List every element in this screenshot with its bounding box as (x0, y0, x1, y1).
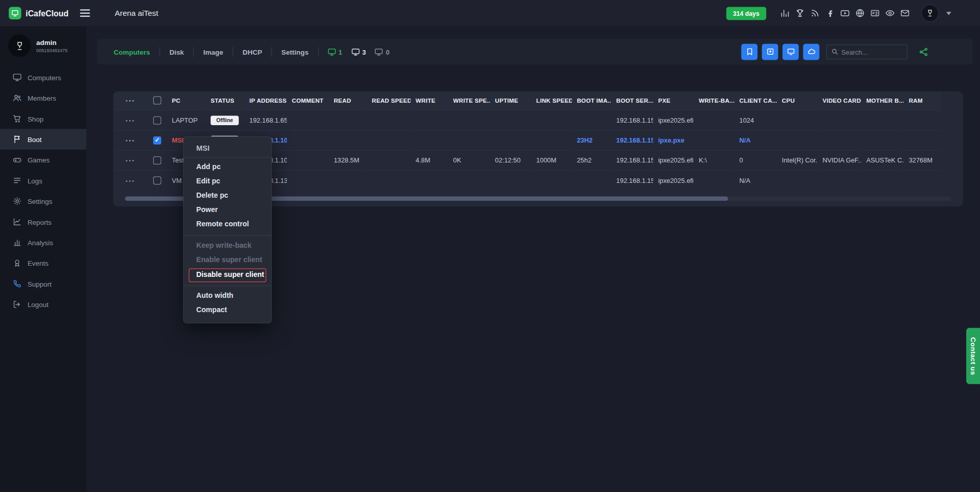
youtube-icon[interactable] (840, 8, 850, 18)
cell-pc: LAPTOP (172, 116, 198, 124)
column-header-client-cache[interactable]: CLIENT CA... (734, 91, 777, 110)
tab-settings[interactable]: Settings (272, 46, 318, 57)
menu-divider (184, 285, 271, 286)
menu-item-disable-super-client[interactable]: Disable super client (189, 268, 266, 282)
license-badge[interactable]: 314 days (726, 7, 767, 20)
menu-item-power[interactable]: Power (184, 203, 271, 218)
column-header-write-back[interactable]: WRITE-BA... (694, 91, 734, 110)
tab-image[interactable]: Image (194, 46, 233, 57)
sidebar-item-computers[interactable]: Computers (0, 67, 86, 87)
download-icon (766, 48, 774, 56)
app-brand[interactable]: iCafeCloud (0, 7, 68, 19)
user-name: admin (36, 38, 67, 46)
gamepad-icon (12, 155, 21, 165)
row-checkbox[interactable] (153, 176, 161, 184)
offline-count[interactable]: 0 (375, 47, 389, 56)
menu-item-compact[interactable]: Compact (184, 303, 271, 318)
column-header-ip-address[interactable]: IP ADDRESS (244, 91, 287, 110)
globe-icon[interactable] (855, 8, 865, 18)
header-actions-icon[interactable]: ••• (126, 98, 135, 104)
column-header-ram[interactable]: RAM (904, 91, 941, 110)
column-header-boot-server[interactable]: BOOT SER... (611, 91, 653, 110)
total-count[interactable]: 3 (351, 47, 366, 56)
rss-icon[interactable] (810, 8, 820, 18)
row-actions-icon[interactable]: ••• (126, 178, 135, 184)
mail-icon[interactable] (900, 8, 910, 18)
search-box[interactable] (826, 44, 908, 59)
sidebar-item-settings[interactable]: Settings (0, 191, 86, 211)
sidebar-item-logout[interactable]: Logout (0, 294, 86, 315)
menu-item-add-pc[interactable]: Add pc (184, 160, 271, 174)
search-input[interactable] (841, 48, 902, 56)
action-button-4[interactable] (803, 43, 819, 60)
sidebar-user[interactable]: admin 005193482475 (0, 26, 86, 64)
cell-pxe: ipxe2025.efi (658, 177, 693, 184)
sidebar-item-members[interactable]: Members (0, 87, 86, 108)
eye-icon[interactable] (885, 8, 895, 18)
app-root: iCafeCloud Arena aiTest 314 days (0, 0, 980, 491)
column-header-video-card[interactable]: VIDEO CARD (818, 91, 862, 110)
column-header-boot-image[interactable]: BOOT IMA... (572, 91, 611, 110)
contact-us-button[interactable]: Contact us (966, 328, 980, 384)
network-nodes-icon[interactable] (919, 46, 929, 57)
row-actions-icon[interactable]: ••• (126, 137, 135, 144)
sidebar-item-games[interactable]: Games (0, 150, 86, 170)
row-checkbox[interactable] (153, 156, 161, 165)
column-header-mother-board[interactable]: MOTHER B... (861, 91, 903, 110)
row-actions-icon[interactable]: ••• (126, 158, 135, 164)
cell-uptime: 02:12:50 (495, 156, 521, 164)
cell-read: 1328.5M (334, 156, 359, 164)
sidebar-item-analysis[interactable]: Analysis (0, 232, 86, 252)
tab-computers[interactable]: Computers (104, 46, 160, 57)
menu-item-remote-control[interactable]: Remote control (184, 218, 271, 232)
online-count[interactable]: 1 (327, 47, 342, 56)
column-header-cpu[interactable]: CPU (777, 91, 818, 110)
logs-icon (12, 176, 21, 185)
menu-item-edit-pc[interactable]: Edit pc (184, 175, 271, 189)
sidebar-item-logs[interactable]: Logs (0, 170, 86, 191)
action-button-1[interactable] (741, 43, 757, 60)
column-header-comment[interactable]: COMMENT (287, 91, 329, 110)
column-header-link-speed[interactable]: LINK SPEED (531, 91, 572, 110)
sidebar-item-boot[interactable]: Boot (0, 129, 86, 149)
cell-pc: VM (172, 177, 182, 184)
action-button-3[interactable] (782, 43, 799, 60)
row-actions-icon[interactable]: ••• (126, 118, 135, 124)
sidebar-nav: Computers Members Shop Boot Games Logs (0, 67, 86, 315)
boot-flag-icon (12, 134, 21, 144)
column-header-pxe[interactable]: PXE (653, 91, 694, 110)
cell-mother-board: ASUSTeK C... (866, 156, 903, 164)
sidebar-item-events[interactable]: Events (0, 253, 86, 273)
sidebar-item-shop[interactable]: Shop (0, 108, 86, 129)
user-avatar[interactable] (921, 5, 939, 22)
facebook-icon[interactable] (825, 8, 835, 18)
tab-disk[interactable]: Disk (160, 46, 194, 57)
column-header-status[interactable]: STATUS (206, 91, 244, 110)
row-checkbox[interactable] (153, 116, 161, 125)
id-card-icon[interactable] (870, 8, 880, 18)
chevron-down-icon[interactable] (946, 12, 951, 15)
monitor-icon (12, 73, 21, 82)
menu-item-auto-width[interactable]: Auto width (184, 289, 271, 303)
row-checkbox[interactable] (153, 136, 161, 145)
sidebar-item-support[interactable]: Support (0, 273, 86, 294)
monitor-icon (375, 47, 383, 56)
column-header-read[interactable]: READ (329, 91, 367, 110)
select-all-checkbox[interactable] (153, 97, 161, 105)
column-header-write[interactable]: WRITE (410, 91, 448, 110)
stats-icon[interactable] (780, 8, 790, 18)
column-header-uptime[interactable]: UPTIME (490, 91, 531, 110)
medal-icon (12, 259, 21, 268)
menu-item-delete-pc[interactable]: Delete pc (184, 189, 271, 203)
table-row[interactable]: •••LAPTOPOffline192.168.1.65192.168.1.15… (113, 110, 941, 130)
column-header-write-speed[interactable]: WRITE SPE... (448, 91, 490, 110)
column-header-read-speed[interactable]: READ SPEED (367, 91, 411, 110)
gear-icon (12, 196, 21, 205)
sidebar-item-reports[interactable]: Reports (0, 212, 86, 232)
main-content: Computers Disk Image DHCP Settings 1 3 0 (86, 26, 980, 491)
menu-toggle-icon[interactable] (80, 9, 90, 17)
tab-dhcp[interactable]: DHCP (233, 46, 272, 57)
trophy-icon[interactable] (795, 8, 805, 18)
column-header-pc[interactable]: PC (167, 91, 206, 110)
action-button-2[interactable] (762, 43, 778, 60)
